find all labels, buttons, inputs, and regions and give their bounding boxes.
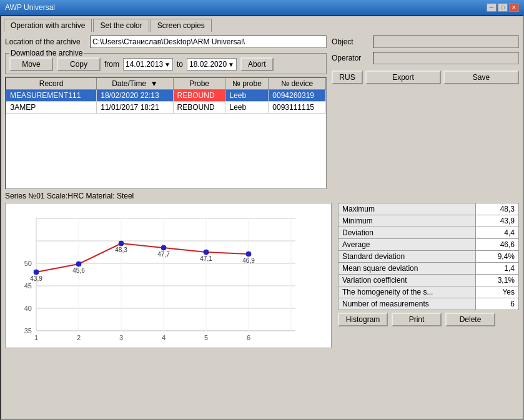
save-button[interactable]: Save <box>443 71 519 84</box>
stats-row: Number of measurements6 <box>339 298 519 310</box>
rus-button[interactable]: RUS <box>332 71 363 84</box>
stat-label: Maximum <box>339 203 476 215</box>
stat-value: 4,4 <box>475 227 518 239</box>
tab-set-color[interactable]: Set the color <box>93 19 149 32</box>
records-table-container: Record Date/Time ▼ Probe № probe № devic… <box>5 77 327 189</box>
chart-section: Series №01 Scale:HRC Material: Steel <box>5 192 519 348</box>
move-button[interactable]: Move <box>9 57 53 71</box>
from-date-input[interactable]: 14.01.2013 ▼ <box>123 58 173 71</box>
location-label: Location of the archive <box>5 37 86 46</box>
stat-value: 43,9 <box>475 215 518 227</box>
print-button[interactable]: Print <box>392 313 442 326</box>
svg-text:47,7: 47,7 <box>157 251 170 258</box>
tab-bar: Operation with archive Set the color Scr… <box>1 16 523 32</box>
object-input[interactable] <box>373 36 519 48</box>
to-label: to <box>177 60 183 69</box>
operator-row: Operator <box>332 52 519 64</box>
right-buttons: RUS Export Save <box>332 71 519 84</box>
svg-text:40: 40 <box>24 305 32 312</box>
svg-text:46,9: 46,9 <box>242 257 255 264</box>
operator-input[interactable] <box>373 52 519 64</box>
svg-point-24 <box>34 270 39 275</box>
svg-text:47,1: 47,1 <box>200 255 212 262</box>
stat-value: 46,6 <box>475 239 518 251</box>
svg-point-26 <box>119 241 124 246</box>
stats-row: Minimum43,9 <box>339 215 519 227</box>
table-row[interactable]: ЗАМЕР11/01/2017 18:21REBOUNDLeeb00931111… <box>6 102 326 114</box>
object-row: Object <box>332 36 519 48</box>
content-area: Location of the archive Download the arc… <box>1 32 523 352</box>
stat-label: Standard deviation <box>339 251 476 263</box>
to-date-value: 18.02.2020 <box>189 60 227 69</box>
histogram-button[interactable]: Histogram <box>338 313 388 326</box>
svg-text:43,9: 43,9 <box>30 275 42 282</box>
stats-row: Variation coefficient3,1% <box>339 275 519 286</box>
svg-point-27 <box>161 245 166 250</box>
to-date-input[interactable]: 18.02.2020 ▼ <box>187 58 237 71</box>
to-date-arrow[interactable]: ▼ <box>228 61 234 68</box>
top-section: Location of the archive Download the arc… <box>5 36 519 189</box>
download-controls: Move Copy from 14.01.2013 ▼ to 18.02.202… <box>9 57 322 71</box>
bottom-buttons: HistogramPrintDelete <box>338 313 519 326</box>
from-date-arrow[interactable]: ▼ <box>164 61 171 68</box>
col-probe: Probe <box>173 78 225 90</box>
close-button[interactable]: ✕ <box>509 3 519 12</box>
export-button[interactable]: Export <box>365 71 441 84</box>
title-bar: AWP Universal ─ □ ✕ <box>0 0 524 15</box>
chart-stats-section: 35 40 45 50 1 2 3 4 5 6 <box>5 203 519 348</box>
abort-button[interactable]: Abort <box>240 57 274 71</box>
window-title: AWP Universal <box>5 3 55 12</box>
from-date-value: 14.01.2013 <box>126 60 163 69</box>
stats-table: Maximum48,3Minimum43,9Deviation4,4Averag… <box>338 203 519 310</box>
svg-point-28 <box>204 250 209 255</box>
stat-label: Deviation <box>339 227 476 239</box>
stat-value: Yes <box>475 286 518 298</box>
stat-label: Number of measurements <box>339 298 476 310</box>
svg-text:35: 35 <box>24 327 32 335</box>
minimize-button[interactable]: ─ <box>487 3 497 12</box>
tab-screen-copies[interactable]: Screen copies <box>151 19 212 32</box>
svg-text:3: 3 <box>119 334 123 341</box>
svg-text:48,3: 48,3 <box>115 247 127 253</box>
stats-row: The homogeneity of the s...Yes <box>339 286 519 298</box>
location-row: Location of the archive <box>5 36 327 48</box>
maximize-button[interactable]: □ <box>498 3 508 12</box>
tab-operation-archive[interactable]: Operation with archive <box>4 19 92 32</box>
download-label: Download the archive <box>9 49 84 57</box>
stat-value: 6 <box>475 298 518 310</box>
copy-button[interactable]: Copy <box>57 57 101 71</box>
svg-text:5: 5 <box>204 334 208 341</box>
chart-title: Series №01 Scale:HRC Material: Steel <box>5 192 519 200</box>
stat-label: Variation coefficient <box>339 275 476 286</box>
stat-value: 1,4 <box>475 263 518 275</box>
stats-row: Average46,6 <box>339 239 519 251</box>
location-input[interactable] <box>90 36 327 48</box>
main-window: Operation with archive Set the color Scr… <box>0 15 524 420</box>
svg-text:50: 50 <box>24 260 32 267</box>
stats-row: Maximum48,3 <box>339 203 519 215</box>
table-row[interactable]: MEASUREMENT11118/02/2020 22:13REBOUNDLee… <box>6 90 326 102</box>
svg-text:45: 45 <box>24 282 32 290</box>
svg-point-29 <box>246 252 251 256</box>
svg-point-25 <box>76 261 81 266</box>
delete-button[interactable]: Delete <box>445 313 495 326</box>
col-record: Record <box>6 78 97 90</box>
stats-row: Deviation4,4 <box>339 227 519 239</box>
stats-row: Mean square deviation1,4 <box>339 263 519 275</box>
line-chart: 35 40 45 50 1 2 3 4 5 6 <box>8 206 302 343</box>
svg-text:6: 6 <box>247 334 250 341</box>
title-bar-buttons: ─ □ ✕ <box>487 3 519 12</box>
stats-panel: Maximum48,3Minimum43,9Deviation4,4Averag… <box>338 203 519 348</box>
col-device-no: № device <box>269 78 326 90</box>
operator-label: Operator <box>332 54 369 62</box>
records-table: Record Date/Time ▼ Probe № probe № devic… <box>6 77 326 114</box>
col-datetime: Date/Time ▼ <box>97 78 173 90</box>
stat-value: 48,3 <box>475 203 518 215</box>
chart-area: 35 40 45 50 1 2 3 4 5 6 <box>5 203 332 348</box>
stat-label: Average <box>339 239 476 251</box>
svg-text:2: 2 <box>77 334 81 341</box>
svg-text:4: 4 <box>162 334 166 341</box>
stat-label: The homogeneity of the s... <box>339 286 476 298</box>
stat-value: 9,4% <box>475 251 518 263</box>
stats-row: Standard deviation9,4% <box>339 251 519 263</box>
